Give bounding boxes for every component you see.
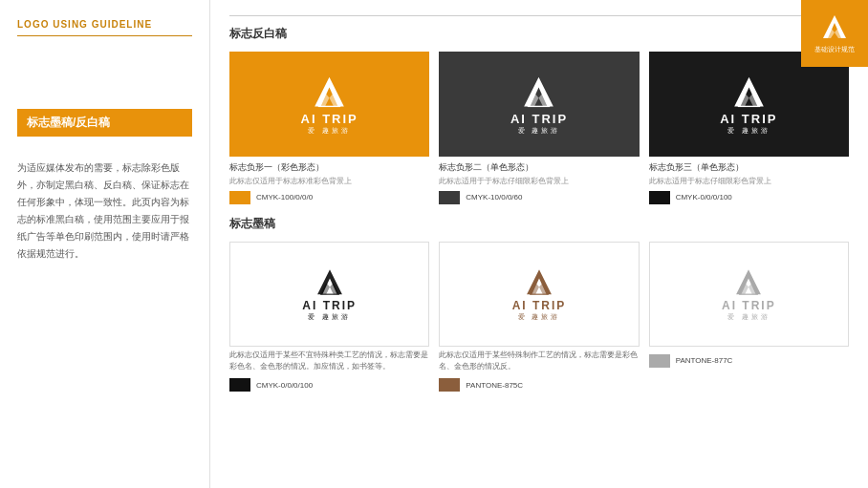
logo-text-sub-1: 爱 趣旅游: [308, 126, 351, 136]
color-swatch-3: [649, 191, 670, 204]
logo-card-orange: AI TRIP 爱 趣旅游 标志负形一（彩色形态） 此标志仅适用于标志标准彩色背…: [229, 52, 429, 204]
swatch-row-1: CMYK-100/0/0/0: [229, 191, 429, 204]
logo-box-ink-3: AI TRIP 爱 趣旅游: [649, 242, 849, 347]
logo-container-2: AI TRIP 爱 趣旅游: [510, 74, 568, 136]
corner-badge-text: 基础设计规范: [814, 45, 855, 54]
svg-marker-16: [527, 269, 552, 294]
logo-text-main-2: AI TRIP: [510, 112, 568, 126]
svg-marker-4: [525, 76, 554, 106]
negative-logo-row: AI TRIP 爱 趣旅游 标志负形一（彩色形态） 此标志仅适用于标志标准彩色背…: [229, 52, 849, 204]
logo-card-black: AI TRIP 爱 趣旅游 标志负形三（单色形态） 此标志适用于标志仔细限彩色背…: [649, 52, 849, 204]
logo-icon-1: [308, 74, 351, 112]
logo-text-sub-ink-3: 爱 趣旅游: [727, 312, 770, 322]
logo-box-ink-2: AI TRIP 爱 趣旅游: [439, 242, 639, 347]
logo-box-black: AI TRIP 爱 趣旅游: [649, 52, 849, 157]
color-label-ink-3: PANTONE-877C: [676, 356, 733, 365]
logo-text-main-1: AI TRIP: [301, 112, 358, 126]
svg-marker-12: [317, 269, 342, 294]
logo-container-ink-1: AI TRIP 爱 趣旅游: [302, 266, 357, 322]
logo-container-3: AI TRIP 爱 趣旅游: [720, 74, 777, 136]
logo-icon-2: [517, 74, 560, 112]
logo-text-sub-ink-1: 爱 趣旅游: [308, 312, 351, 322]
logo-icon-ink-3: [730, 266, 767, 299]
logo-card-label-2: 标志负形二（单色形态）: [439, 161, 639, 175]
swatch-row-2: CMYK-10/0/0/60: [439, 191, 639, 204]
logo-container-1: AI TRIP 爱 趣旅游: [301, 74, 358, 136]
logo-container-ink-2: AI TRIP 爱 趣旅游: [512, 266, 567, 322]
logo-text-main-ink-1: AI TRIP: [302, 299, 357, 312]
swatch-row-ink-1: CMYK-0/0/0/100: [229, 378, 429, 392]
logo-text-sub-2: 爱 趣旅游: [518, 126, 561, 136]
svg-marker-24: [823, 15, 846, 38]
logo-text-sub-3: 爱 趣旅游: [727, 126, 770, 136]
logo-card-ink-1: AI TRIP 爱 趣旅游 此标志仅适用于某些不宜特殊种类工艺的情况，标志需要是…: [229, 242, 429, 393]
section-ink-title: 标志墨稿: [229, 216, 849, 232]
logo-icon-ink-1: [312, 266, 348, 299]
logo-card-ink-3: AI TRIP 爱 趣旅游 PANTONE-877C: [649, 242, 849, 393]
swatch-row-ink-2: PANTONE-875C: [439, 378, 639, 392]
sidebar-title: LOGO USING GUIDELINE: [17, 19, 192, 36]
color-label-3: CMYK-0/0/0/100: [676, 193, 732, 202]
color-label-ink-1: CMYK-0/0/0/100: [256, 381, 313, 390]
color-swatch-ink-2: [439, 378, 460, 392]
logo-card-darkgray: AI TRIP 爱 趣旅游 标志负形二（单色形态） 此标志适用于于标志仔细限彩色…: [439, 52, 639, 204]
logo-box-ink-1: AI TRIP 爱 趣旅游: [229, 242, 429, 347]
svg-marker-0: [315, 76, 344, 106]
color-label-2: CMYK-10/0/0/60: [466, 193, 522, 202]
logo-icon-ink-2: [521, 266, 557, 299]
main-content: 标志反白稿 AI TRIP 爱 趣旅游 标志负形一（彩色形态） 此标志仅适用于标…: [210, 0, 868, 488]
color-swatch-ink-1: [229, 378, 250, 392]
section-negative-title: 标志反白稿: [229, 26, 849, 42]
color-swatch-1: [229, 191, 250, 204]
color-swatch-2: [439, 191, 460, 204]
corner-badge-icon: [817, 13, 852, 43]
logo-text-main-ink-2: AI TRIP: [512, 299, 567, 312]
ink-desc-2: 此标志仅适用于某些特殊制作工艺的情况，标志需要是彩色名、金色形的情况反。: [439, 350, 639, 374]
sidebar-description: 为适应媒体发布的需要，标志除彩色版外，亦制定黑白稿、反白稿、保证标志在任何形象中…: [17, 159, 192, 263]
logo-box-orange: AI TRIP 爱 趣旅游: [229, 52, 429, 157]
swatch-row-ink-3: PANTONE-877C: [649, 354, 849, 368]
color-swatch-ink-3: [649, 354, 670, 368]
corner-badge-logo: [817, 13, 852, 40]
logo-card-sublabel-2: 此标志适用于于标志仔细限彩色背景上: [439, 176, 639, 186]
color-label-ink-2: PANTONE-875C: [466, 381, 523, 390]
logo-card-sublabel-3: 此标志适用于标志仔细限彩色背景上: [649, 176, 849, 186]
top-divider: [229, 15, 849, 16]
swatch-row-3: CMYK-0/0/0/100: [649, 191, 849, 204]
logo-text-sub-ink-2: 爱 趣旅游: [518, 312, 561, 322]
logo-text-main-ink-3: AI TRIP: [722, 299, 776, 312]
svg-marker-20: [736, 269, 761, 294]
ink-desc-1: 此标志仅适用于某些不宜特殊种类工艺的情况，标志需要是彩色名、金色形的情况。加应情…: [229, 350, 429, 374]
ink-logo-row: AI TRIP 爱 趣旅游 此标志仅适用于某些不宜特殊种类工艺的情况，标志需要是…: [229, 242, 849, 393]
sidebar: LOGO USING GUIDELINE 标志墨稿/反白稿 为适应媒体发布的需要…: [0, 0, 210, 488]
logo-container-ink-3: AI TRIP 爱 趣旅游: [722, 266, 776, 322]
logo-card-label-3: 标志负形三（单色形态）: [649, 161, 849, 175]
logo-card-ink-2: AI TRIP 爱 趣旅游 此标志仅适用于某些特殊制作工艺的情况，标志需要是彩色…: [439, 242, 639, 393]
svg-marker-8: [734, 76, 764, 106]
logo-card-sublabel-1: 此标志仅适用于标志标准彩色背景上: [229, 176, 429, 186]
color-label-1: CMYK-100/0/0/0: [256, 193, 313, 202]
logo-text-main-3: AI TRIP: [720, 112, 777, 126]
logo-box-darkgray: AI TRIP 爱 趣旅游: [439, 52, 639, 157]
corner-badge: 基础设计规范: [801, 0, 868, 67]
sidebar-badge: 标志墨稿/反白稿: [17, 109, 192, 137]
logo-card-label-1: 标志负形一（彩色形态）: [229, 161, 429, 175]
logo-icon-3: [727, 74, 770, 112]
